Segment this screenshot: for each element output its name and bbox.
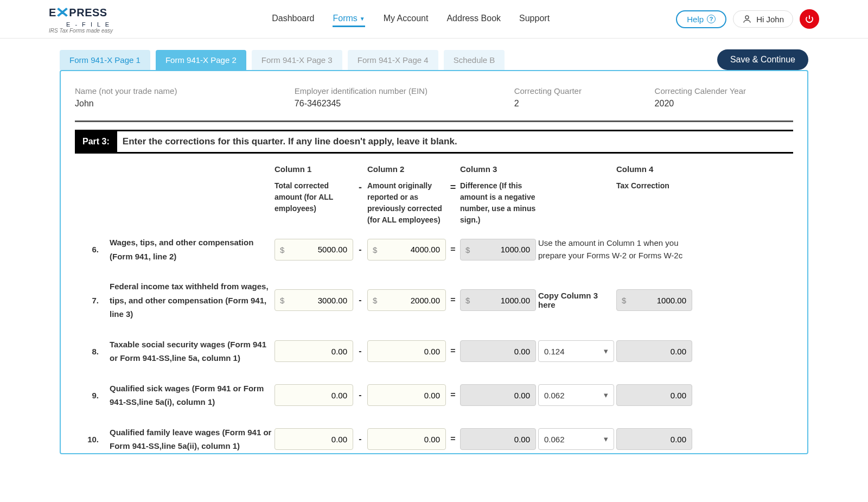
employer-info-row: Name (not your trade name) John Employer… bbox=[75, 82, 793, 122]
op-equals: = bbox=[448, 295, 458, 305]
content: Form 941-X Page 1 Form 941-X Page 2 Form… bbox=[0, 39, 868, 476]
quarter-label: Correcting Quarter bbox=[514, 86, 633, 96]
row-6-col1-input[interactable] bbox=[275, 239, 353, 260]
help-label: Help bbox=[687, 15, 704, 24]
row-6-col2-input[interactable] bbox=[367, 239, 446, 260]
row-8: 8. Taxable social security wages (Form 9… bbox=[75, 338, 793, 365]
chevron-down-icon: ▼ bbox=[360, 16, 365, 22]
op-equals: = bbox=[448, 434, 458, 444]
quarter-value: 2 bbox=[514, 99, 633, 109]
row-9-col3-output bbox=[460, 384, 536, 406]
user-menu[interactable]: Hi John bbox=[733, 10, 793, 28]
row-7-col2-input[interactable] bbox=[367, 289, 446, 311]
col3-header: Column 3 bbox=[460, 164, 536, 174]
part-3-chip: Part 3: bbox=[75, 131, 117, 152]
op-equals: = bbox=[448, 346, 458, 356]
row-6-num: 6. bbox=[75, 245, 107, 254]
year-label: Correcting Calender Year bbox=[655, 86, 793, 96]
row-8-col4-output bbox=[616, 340, 692, 362]
tab-page-1[interactable]: Form 941-X Page 1 bbox=[60, 50, 150, 70]
page-tabs: Form 941-X Page 1 Form 941-X Page 2 Form… bbox=[60, 49, 808, 70]
user-icon bbox=[742, 14, 752, 24]
col1-sub: Total corrected amount (for ALL employee… bbox=[275, 180, 353, 214]
col2-sub: Amount originally reported or as previou… bbox=[367, 180, 446, 226]
row-10-label: Qualified family leave wages (Form 941 o… bbox=[110, 425, 272, 453]
row-8-num: 8. bbox=[75, 347, 107, 356]
row-10-col3-output bbox=[460, 428, 536, 450]
op-minus: - bbox=[355, 390, 365, 400]
row-9-col2-input[interactable] bbox=[367, 384, 446, 406]
row-7-col4-output bbox=[616, 289, 692, 311]
dollar-icon: $ bbox=[465, 245, 470, 254]
nav-address-book[interactable]: Address Book bbox=[446, 11, 501, 27]
row-9: 9. Qualified sick wages (Form 941 or For… bbox=[75, 382, 793, 409]
row-10-col4-output bbox=[616, 428, 692, 450]
col1-header: Column 1 bbox=[275, 164, 353, 174]
op-equals: = bbox=[448, 164, 458, 193]
user-greeting: Hi John bbox=[756, 15, 784, 24]
col3-sub: Difference (If this amount is a negative… bbox=[460, 180, 536, 226]
dollar-icon: $ bbox=[280, 296, 284, 305]
name-label: Name (not your trade name) bbox=[75, 86, 273, 96]
column-headers: Column 1Total corrected amount (for ALL … bbox=[75, 164, 793, 226]
tab-schedule-b[interactable]: Schedule B bbox=[444, 50, 505, 70]
row-6-note: Use the amount in Column 1 when you prep… bbox=[538, 237, 692, 262]
row-8-rate-select[interactable]: 0.124 bbox=[538, 340, 614, 362]
form-panel: Name (not your trade name) John Employer… bbox=[60, 70, 808, 454]
row-10-rate-value: 0.062 bbox=[544, 435, 565, 444]
nav-forms-label: Forms bbox=[333, 14, 357, 23]
ein-label: Employer identification number (EIN) bbox=[295, 86, 493, 96]
logo-text-sub: E - F I L E bbox=[49, 21, 113, 28]
row-8-col1-input[interactable] bbox=[275, 340, 353, 362]
op-minus: - bbox=[355, 295, 365, 305]
nav-my-account[interactable]: My Account bbox=[384, 11, 429, 27]
col2-header: Column 2 bbox=[367, 164, 446, 174]
op-equals: = bbox=[448, 245, 458, 255]
nav-support[interactable]: Support bbox=[519, 11, 550, 27]
logout-button[interactable] bbox=[800, 9, 819, 29]
row-7-label: Federal income tax withheld from wages, … bbox=[110, 279, 272, 321]
save-continue-button[interactable]: Save & Continue bbox=[717, 49, 808, 70]
row-9-col1-input[interactable] bbox=[275, 384, 353, 406]
row-8-col3-output bbox=[460, 340, 536, 362]
corrections-grid: Column 1Total corrected amount (for ALL … bbox=[75, 164, 793, 453]
logo[interactable]: E✕PRESS E - F I L E IRS Tax Forms made e… bbox=[49, 4, 113, 34]
logo-text-top: PRESS bbox=[69, 7, 107, 19]
row-10-num: 10. bbox=[75, 435, 107, 444]
row-7-col1-input[interactable] bbox=[275, 289, 353, 311]
row-9-rate-select[interactable]: 0.062 bbox=[538, 384, 614, 406]
dollar-icon: $ bbox=[465, 296, 470, 305]
main-nav: Dashboard Forms▼ My Account Address Book… bbox=[145, 11, 676, 27]
tab-page-2[interactable]: Form 941-X Page 2 bbox=[156, 50, 246, 70]
row-6: 6. Wages, tips, and other compensation (… bbox=[75, 236, 793, 263]
row-8-label: Taxable social security wages (Form 941 … bbox=[110, 338, 272, 365]
svg-point-0 bbox=[745, 16, 749, 19]
logo-tagline: IRS Tax Forms made easy bbox=[49, 28, 113, 34]
op-minus: - bbox=[355, 434, 365, 444]
tab-page-3[interactable]: Form 941-X Page 3 bbox=[252, 50, 342, 70]
name-value: John bbox=[75, 99, 273, 109]
row-6-label: Wages, tips, and other compensation (For… bbox=[110, 236, 272, 263]
row-9-num: 9. bbox=[75, 391, 107, 400]
help-icon: ? bbox=[707, 15, 716, 23]
dollar-icon: $ bbox=[280, 245, 284, 254]
power-icon bbox=[805, 14, 814, 24]
row-10-col2-input[interactable] bbox=[367, 428, 446, 450]
part-3-title: Enter the corrections for this quarter. … bbox=[117, 136, 457, 147]
nav-dashboard[interactable]: Dashboard bbox=[272, 11, 314, 27]
dollar-icon: $ bbox=[622, 296, 626, 305]
dollar-icon: $ bbox=[373, 296, 377, 305]
top-header: E✕PRESS E - F I L E IRS Tax Forms made e… bbox=[0, 0, 868, 39]
row-7: 7. Federal income tax withheld from wage… bbox=[75, 279, 793, 321]
op-minus: - bbox=[355, 245, 365, 255]
row-10-col1-input[interactable] bbox=[275, 428, 353, 450]
op-equals: = bbox=[448, 390, 458, 400]
tab-page-4[interactable]: Form 941-X Page 4 bbox=[348, 50, 438, 70]
ein-value: 76-3462345 bbox=[295, 99, 493, 109]
row-10: 10. Qualified family leave wages (Form 9… bbox=[75, 425, 793, 453]
row-10-rate-select[interactable]: 0.062 bbox=[538, 428, 614, 450]
help-button[interactable]: Help ? bbox=[676, 10, 726, 28]
nav-forms[interactable]: Forms▼ bbox=[333, 11, 365, 27]
row-8-col2-input[interactable] bbox=[367, 340, 446, 362]
row-7-num: 7. bbox=[75, 296, 107, 305]
